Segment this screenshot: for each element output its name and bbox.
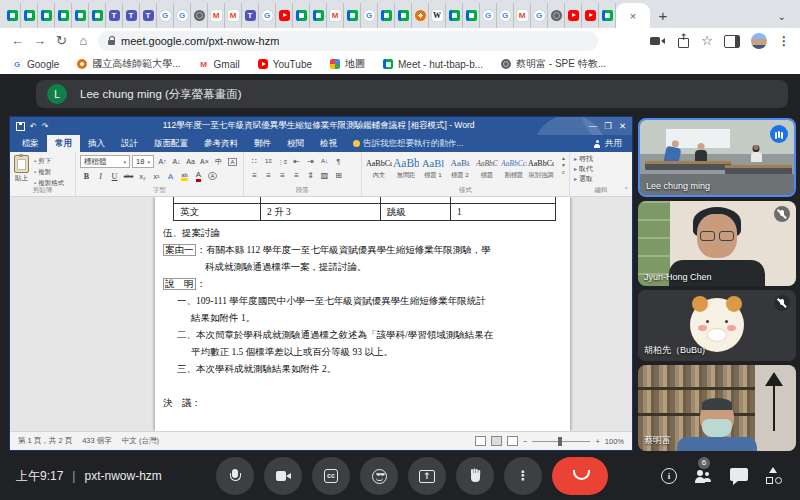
participant-tile[interactable]: Jyun-Hong Chen bbox=[638, 201, 796, 286]
browser-tab[interactable] bbox=[38, 3, 55, 28]
paragraph-button[interactable] bbox=[262, 169, 275, 181]
style-gallery-item[interactable]: AaBbCcI 無間距 bbox=[393, 155, 419, 186]
editing-command[interactable]: 選取 bbox=[574, 174, 628, 184]
browser-tab[interactable] bbox=[514, 3, 531, 28]
browser-tab[interactable] bbox=[225, 3, 242, 28]
tell-me-box[interactable]: 告訴我您想要執行的動作... bbox=[345, 135, 472, 152]
font-format-button[interactable] bbox=[108, 170, 121, 182]
paragraph-button[interactable] bbox=[332, 169, 345, 181]
redo-icon[interactable]: ↷ bbox=[42, 122, 49, 131]
browser-tab[interactable] bbox=[293, 3, 310, 28]
browser-tab[interactable] bbox=[123, 3, 140, 28]
browser-tab[interactable] bbox=[242, 3, 259, 28]
reload-icon[interactable]: ↻ bbox=[54, 31, 69, 51]
browser-tab[interactable] bbox=[72, 3, 89, 28]
minimize-icon[interactable]: — bbox=[589, 121, 598, 131]
paragraph-button[interactable] bbox=[248, 169, 261, 181]
paragraph-button[interactable] bbox=[248, 155, 261, 167]
paragraph-button[interactable] bbox=[262, 155, 275, 167]
browser-tab[interactable] bbox=[327, 3, 344, 28]
browser-tab[interactable] bbox=[140, 3, 157, 28]
ribbon-tab-design[interactable]: 設計 bbox=[113, 135, 146, 152]
browser-tab[interactable] bbox=[599, 3, 616, 28]
browser-tab[interactable] bbox=[548, 3, 565, 28]
paragraph-button[interactable] bbox=[290, 169, 303, 181]
font-size-combo[interactable]: 18▾ bbox=[132, 155, 154, 168]
font-tool-button[interactable] bbox=[212, 156, 225, 168]
zoom-in-icon[interactable]: + bbox=[595, 437, 599, 446]
activities-icon[interactable] bbox=[764, 466, 784, 486]
browser-tab[interactable] bbox=[361, 3, 378, 28]
font-format-button[interactable] bbox=[94, 170, 107, 182]
style-gallery-item[interactable]: AaBbCcD 副標題 bbox=[501, 155, 527, 186]
info-icon[interactable] bbox=[659, 466, 679, 486]
font-tool-button[interactable] bbox=[198, 156, 211, 168]
font-tool-button[interactable] bbox=[170, 156, 183, 168]
side-panel-icon[interactable] bbox=[724, 35, 740, 48]
browser-tab[interactable] bbox=[480, 3, 497, 28]
browser-tab[interactable] bbox=[395, 3, 412, 28]
address-bar[interactable]: meet.google.com/pxt-nwow-hzm bbox=[98, 31, 598, 51]
bookmark-item[interactable]: Gmail bbox=[199, 59, 240, 70]
paragraph-button[interactable] bbox=[318, 155, 331, 167]
ribbon-tab-review[interactable]: 校閱 bbox=[279, 135, 312, 152]
browser-tab[interactable] bbox=[21, 3, 38, 28]
ribbon-tab-home[interactable]: 常用 bbox=[47, 135, 80, 152]
page-indicator[interactable]: 第 1 頁，共 2 頁 bbox=[18, 436, 72, 446]
bookmark-item[interactable]: YouTube bbox=[258, 59, 312, 70]
bookmark-star-icon[interactable]: ☆ bbox=[701, 34, 713, 48]
font-format-button[interactable] bbox=[122, 170, 135, 182]
bookmark-item[interactable]: 蔡明富 - SPE 特教... bbox=[501, 57, 606, 71]
browser-tab[interactable] bbox=[174, 3, 191, 28]
camera-in-use-icon[interactable] bbox=[650, 35, 666, 47]
paragraph-button[interactable] bbox=[304, 169, 317, 181]
browser-tab[interactable] bbox=[497, 3, 514, 28]
style-gallery-scroll[interactable]: ▲▼≡ bbox=[560, 155, 567, 175]
browser-tab[interactable] bbox=[378, 3, 395, 28]
zoom-out-icon[interactable]: − bbox=[523, 437, 527, 446]
font-tool-button[interactable] bbox=[184, 156, 197, 168]
editing-command[interactable]: 取代 bbox=[574, 164, 628, 174]
ribbon-tab-layout[interactable]: 版面配置 bbox=[146, 135, 196, 152]
restore-icon[interactable]: ❐ bbox=[604, 121, 612, 131]
people-icon[interactable]: 6 bbox=[694, 466, 714, 486]
browser-tab[interactable] bbox=[55, 3, 72, 28]
bookmark-item[interactable]: Meet - hut-tbap-b... bbox=[383, 59, 483, 70]
bookmark-item[interactable]: 地圖 bbox=[330, 57, 365, 71]
zoom-level[interactable]: 100% bbox=[605, 437, 624, 446]
web-layout-icon[interactable] bbox=[507, 436, 518, 446]
browser-menu-icon[interactable]: ⋮ bbox=[778, 34, 790, 48]
undo-icon[interactable]: ↶ bbox=[30, 122, 37, 131]
style-gallery-item[interactable]: AaBbCcI 內文 bbox=[366, 155, 392, 186]
browser-tab[interactable] bbox=[276, 3, 293, 28]
ribbon-tab-references[interactable]: 參考資料 bbox=[196, 135, 246, 152]
font-name-combo[interactable]: 標楷體▾ bbox=[80, 155, 130, 168]
font-format-button[interactable] bbox=[192, 170, 205, 182]
participant-tile[interactable]: Lee chung ming bbox=[638, 118, 796, 197]
captions-button[interactable] bbox=[312, 457, 350, 495]
paragraph-button[interactable] bbox=[332, 155, 345, 167]
browser-tab[interactable] bbox=[89, 3, 106, 28]
table-cell[interactable]: 1 bbox=[451, 204, 556, 221]
read-mode-icon[interactable] bbox=[475, 436, 486, 446]
url-text[interactable]: meet.google.com/pxt-nwow-hzm bbox=[121, 35, 279, 47]
cut-button[interactable]: 剪下 bbox=[34, 157, 64, 166]
browser-tab-active[interactable]: × bbox=[616, 3, 650, 28]
close-icon[interactable]: ✕ bbox=[619, 121, 626, 131]
browser-tab[interactable] bbox=[412, 3, 429, 28]
language-indicator[interactable]: 中文 (台灣) bbox=[122, 436, 159, 446]
table-cell[interactable]: 2 升 3 bbox=[261, 204, 381, 221]
browser-tab[interactable] bbox=[259, 3, 276, 28]
zoom-slider[interactable] bbox=[532, 441, 590, 442]
bookmark-item[interactable]: 國立高雄師範大學... bbox=[77, 57, 180, 71]
print-layout-icon[interactable] bbox=[491, 436, 502, 446]
back-icon[interactable]: ← bbox=[10, 31, 25, 51]
collapse-ribbon-icon[interactable]: ⌃ bbox=[623, 186, 629, 194]
chat-icon[interactable] bbox=[729, 466, 749, 486]
font-format-button[interactable] bbox=[150, 170, 163, 182]
browser-tab[interactable] bbox=[429, 3, 446, 28]
mic-button[interactable] bbox=[216, 457, 254, 495]
new-tab-button[interactable]: + bbox=[650, 3, 676, 28]
table-cell[interactable]: 英文 bbox=[174, 204, 261, 221]
browser-tab[interactable] bbox=[106, 3, 123, 28]
